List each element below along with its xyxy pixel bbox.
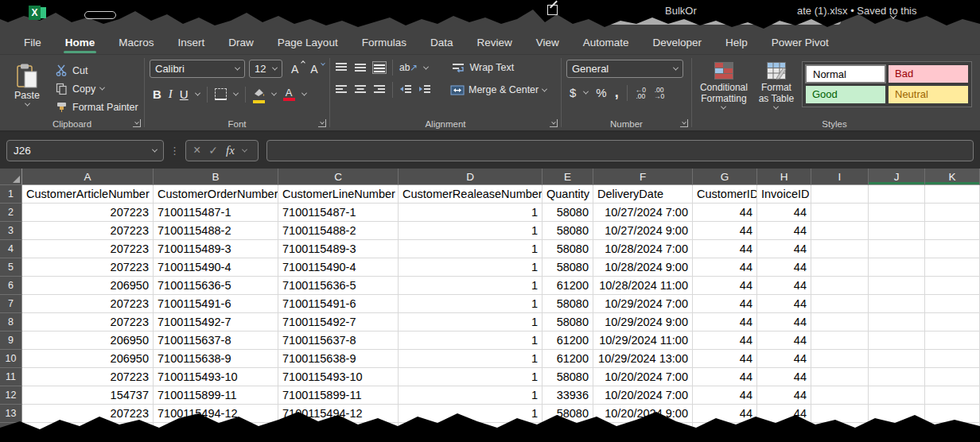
font-dialog-launcher[interactable] — [318, 119, 326, 127]
cell-A14[interactable]: 154737 — [22, 423, 154, 441]
cell-I7[interactable] — [811, 295, 869, 313]
cell-J11[interactable] — [869, 368, 925, 386]
cell-K10[interactable] — [925, 350, 980, 368]
cell-D8[interactable]: 1 — [399, 313, 542, 332]
cell-K5[interactable] — [925, 258, 980, 277]
row-header-10[interactable]: 10 — [0, 350, 22, 368]
cell-B9[interactable]: 7100115637-8 — [154, 332, 278, 350]
cell-H1[interactable]: InvoiceID — [757, 185, 811, 204]
cell-A3[interactable]: 207223 — [22, 222, 154, 240]
column-header-J[interactable]: J — [869, 169, 925, 185]
cell-K12[interactable] — [925, 386, 980, 405]
tab-review[interactable]: Review — [467, 33, 521, 53]
cell-J4[interactable] — [869, 240, 925, 258]
cell-C3[interactable]: 7100115488-2 — [278, 222, 399, 240]
cell-F6[interactable]: 10/28/2024 11:00 — [593, 277, 693, 295]
cell-E9[interactable]: 61200 — [542, 332, 593, 350]
cell-C5[interactable]: 7100115490-4 — [278, 258, 399, 277]
cell-E1[interactable]: Quantity — [542, 185, 593, 204]
cell-C11[interactable]: 7100115493-10 — [278, 368, 399, 386]
cell-I4[interactable] — [811, 240, 869, 258]
cell-H9[interactable]: 44 — [757, 332, 811, 350]
cell-G13[interactable]: 44 — [693, 405, 757, 423]
cell-J2[interactable] — [869, 204, 925, 222]
cell-D13[interactable]: 1 — [399, 405, 542, 423]
column-header-F[interactable]: F — [593, 169, 693, 185]
cell-E3[interactable]: 58080 — [542, 222, 593, 240]
underline-button[interactable]: U — [180, 87, 189, 101]
fill-color-button[interactable] — [253, 85, 265, 103]
cell-D6[interactable]: 1 — [399, 277, 542, 295]
cell-K6[interactable] — [925, 277, 980, 295]
cell-A13[interactable]: 207223 — [22, 405, 154, 423]
format-as-table-button[interactable]: Format as Table — [757, 60, 795, 116]
cell-C4[interactable]: 7100115489-3 — [278, 240, 399, 258]
cell-H12[interactable]: 44 — [757, 386, 811, 405]
cell-I9[interactable] — [811, 332, 869, 350]
cell-B4[interactable]: 7100115489-3 — [154, 240, 278, 258]
cell-F14[interactable]: 10/20/2024 9:00 — [593, 423, 693, 441]
tab-file[interactable]: File — [14, 33, 51, 53]
column-header-D[interactable]: D — [399, 169, 542, 185]
cell-K1[interactable] — [925, 185, 980, 204]
cell-J7[interactable] — [869, 295, 925, 313]
row-header-1[interactable]: 1 — [0, 185, 22, 204]
row-header-13[interactable]: 13 — [0, 405, 22, 423]
tab-help[interactable]: Help — [716, 33, 757, 53]
font-color-button[interactable]: A — [283, 88, 295, 101]
cell-A5[interactable]: 207223 — [22, 258, 154, 277]
cell-E4[interactable]: 58080 — [542, 240, 593, 258]
row-header-6[interactable]: 6 — [0, 277, 22, 295]
borders-chevron-down-icon[interactable] — [233, 91, 239, 96]
font-color-chevron-down-icon[interactable] — [301, 91, 307, 96]
bold-button[interactable]: B — [153, 87, 161, 101]
cell-F1[interactable]: DeliveryDate — [593, 185, 693, 204]
cell-E12[interactable]: 33936 — [542, 386, 593, 405]
decrease-indent-button[interactable] — [399, 84, 412, 95]
row-header-9[interactable]: 9 — [0, 332, 22, 350]
cell-J5[interactable] — [869, 258, 925, 277]
row-header-8[interactable]: 8 — [0, 313, 22, 332]
cell-C2[interactable]: 7100115487-1 — [278, 204, 399, 222]
cell-E5[interactable]: 58080 — [542, 258, 593, 277]
paste-button[interactable]: Paste — [5, 60, 49, 116]
cell-B1[interactable]: CustomerOrderNumber — [154, 185, 278, 204]
column-header-B[interactable]: B — [154, 169, 278, 185]
cell-F7[interactable]: 10/29/2024 7:00 — [593, 295, 693, 313]
cell-B7[interactable]: 7100115491-6 — [154, 295, 278, 313]
merge-center-button[interactable]: Merge & Center — [450, 84, 546, 95]
tab-home[interactable]: Home — [56, 33, 105, 53]
cell-J10[interactable] — [869, 350, 925, 368]
cell-G4[interactable]: 44 — [693, 240, 757, 258]
cell-style-good[interactable]: Good — [806, 86, 885, 103]
align-left-button[interactable] — [335, 84, 348, 95]
cell-H6[interactable]: 44 — [757, 277, 811, 295]
cell-H10[interactable]: 44 — [757, 350, 811, 368]
number-dialog-launcher[interactable] — [680, 119, 688, 127]
cell-F9[interactable]: 10/29/2024 11:00 — [593, 332, 693, 350]
cell-D14[interactable]: 1 — [399, 423, 542, 441]
cell-I2[interactable] — [811, 204, 869, 222]
cell-J3[interactable] — [869, 222, 925, 240]
cell-A4[interactable]: 207223 — [22, 240, 154, 258]
cell-A6[interactable]: 206950 — [22, 277, 154, 295]
cell-B5[interactable]: 7100115490-4 — [154, 258, 278, 277]
cell-G2[interactable]: 44 — [693, 204, 757, 222]
copy-button[interactable]: Copy — [56, 79, 138, 98]
cell-F3[interactable]: 10/27/2024 9:00 — [593, 222, 693, 240]
cell-I12[interactable] — [811, 386, 869, 405]
wrap-text-button[interactable]: Wrap Text — [452, 62, 514, 73]
decrease-font-size-button[interactable]: A — [310, 63, 317, 76]
formula-input[interactable] — [266, 140, 974, 161]
cell-K3[interactable] — [925, 222, 980, 240]
enter-icon[interactable]: ✓ — [208, 144, 218, 157]
cell-K13[interactable] — [925, 405, 980, 423]
cell-B12[interactable]: 7100115899-11 — [154, 386, 278, 405]
cell-G6[interactable]: 44 — [693, 277, 757, 295]
cell-B3[interactable]: 7100115488-2 — [154, 222, 278, 240]
cell-J6[interactable] — [869, 277, 925, 295]
cell-B2[interactable]: 7100115487-1 — [154, 204, 278, 222]
cell-K4[interactable] — [925, 240, 980, 258]
cell-E2[interactable]: 58080 — [542, 204, 593, 222]
cell-G1[interactable]: CustomerID — [693, 185, 757, 204]
